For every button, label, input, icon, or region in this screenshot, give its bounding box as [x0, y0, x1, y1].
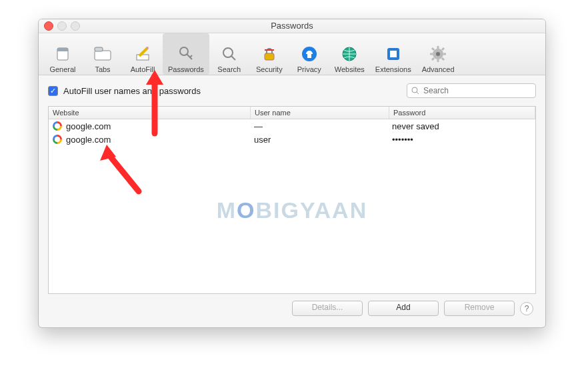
google-favicon [53, 121, 62, 131]
search-icon [219, 44, 239, 64]
tab-tabs[interactable]: Tabs [83, 33, 123, 75]
svg-point-5 [146, 47, 149, 49]
table-row[interactable]: google.com — never saved [49, 119, 535, 133]
prefs-toolbar: General Tabs AutoFill Passwords Search [39, 33, 545, 75]
svg-line-22 [442, 48, 444, 50]
passwords-table: Website User name Password google.com — … [48, 106, 536, 294]
svg-rect-9 [265, 49, 274, 51]
autofill-checkbox[interactable]: ✓ [48, 86, 58, 96]
svg-rect-4 [137, 55, 149, 60]
svg-point-7 [223, 48, 233, 57]
tabs-icon [93, 44, 113, 64]
tab-search[interactable]: Search [209, 33, 249, 75]
add-button[interactable]: Add [368, 301, 439, 316]
remove-button[interactable]: Remove [444, 301, 515, 316]
table-row[interactable]: google.com user ••••••• [49, 133, 535, 146]
tab-general[interactable]: General [43, 33, 83, 75]
svg-point-24 [412, 87, 417, 93]
tab-websites[interactable]: Websites [329, 33, 370, 75]
watermark-text: MOBIGYAAN [217, 197, 367, 223]
svg-line-25 [417, 92, 419, 94]
details-button[interactable]: Details... [292, 301, 363, 316]
svg-line-20 [432, 48, 434, 50]
table-header: Website User name Password [49, 107, 535, 119]
search-input[interactable] [422, 85, 531, 96]
svg-line-21 [442, 58, 444, 60]
check-icon: ✓ [50, 87, 56, 95]
content-area: ✓ AutoFill user names and passwords Webs… [39, 75, 545, 324]
svg-rect-8 [265, 53, 274, 60]
autofill-row: ✓ AutoFill user names and passwords [48, 83, 536, 98]
footer-buttons: Details... Add Remove ? [48, 294, 536, 316]
col-username[interactable]: User name [251, 107, 389, 119]
svg-rect-1 [57, 48, 68, 51]
lock-icon [259, 44, 279, 64]
preferences-window: Passwords General Tabs AutoFill [38, 19, 546, 328]
tab-extensions[interactable]: Extensions [370, 33, 417, 75]
table-body[interactable]: google.com — never saved google.com user… [49, 119, 535, 293]
help-button[interactable]: ? [520, 302, 533, 315]
svg-rect-3 [95, 47, 103, 51]
col-password[interactable]: Password [389, 107, 535, 119]
tab-passwords[interactable]: Passwords [163, 33, 209, 75]
autofill-icon [133, 44, 153, 64]
col-website[interactable]: Website [49, 107, 251, 119]
tab-autofill[interactable]: AutoFill [123, 33, 163, 75]
search-icon [411, 87, 419, 95]
tab-security[interactable]: Security [249, 33, 289, 75]
svg-line-23 [432, 58, 434, 60]
gear-icon [428, 44, 448, 64]
autofill-label: AutoFill user names and passwords [63, 86, 201, 96]
key-icon [176, 44, 196, 64]
svg-rect-2 [95, 51, 111, 60]
extensions-icon [383, 44, 403, 64]
search-field[interactable] [407, 83, 536, 98]
tab-privacy[interactable]: Privacy [289, 33, 329, 75]
svg-rect-11 [307, 54, 311, 58]
privacy-icon [299, 44, 319, 64]
google-favicon [53, 135, 62, 144]
tab-advanced[interactable]: Advanced [417, 33, 460, 75]
svg-point-15 [436, 52, 440, 56]
general-icon [53, 44, 73, 64]
globe-icon [339, 44, 359, 64]
window-title: Passwords [39, 19, 545, 33]
